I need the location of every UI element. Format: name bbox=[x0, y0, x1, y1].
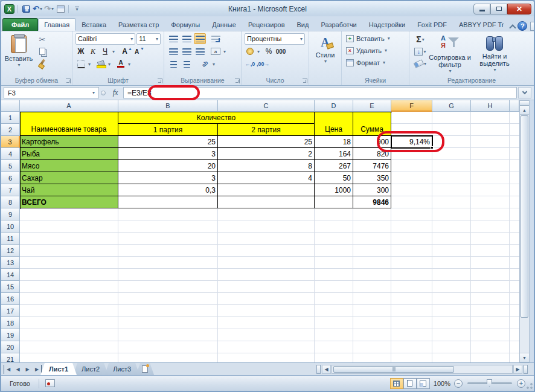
cell-F3[interactable]: 9,14% bbox=[391, 136, 432, 148]
cell-partial-18[interactable] bbox=[510, 317, 519, 329]
cell-B8[interactable] bbox=[118, 196, 218, 208]
cell-F21[interactable] bbox=[391, 353, 432, 362]
row-header-5[interactable]: 5 bbox=[1, 160, 20, 172]
cell-A17[interactable] bbox=[20, 305, 118, 317]
cell-F4[interactable] bbox=[391, 148, 432, 160]
sheet-tab-3[interactable]: Лист3 bbox=[104, 363, 139, 375]
percent-style-button[interactable]: % bbox=[263, 46, 274, 57]
cell-H6[interactable] bbox=[471, 172, 510, 184]
cell-partial-17[interactable] bbox=[510, 305, 519, 317]
cell-G6[interactable] bbox=[432, 172, 471, 184]
cell-G15[interactable] bbox=[432, 281, 471, 293]
row-header-6[interactable]: 6 bbox=[1, 172, 20, 184]
increase-decimal-button[interactable]: ←,0 bbox=[245, 59, 255, 69]
cell-C6[interactable]: 4 bbox=[218, 172, 315, 184]
close-button[interactable]: ✕ bbox=[507, 4, 531, 14]
align-bottom-button[interactable] bbox=[194, 33, 206, 44]
fill-handle[interactable] bbox=[431, 146, 434, 149]
cell-A20[interactable] bbox=[20, 341, 118, 353]
cell-F8[interactable] bbox=[391, 196, 432, 208]
zoom-slider-track[interactable] bbox=[467, 382, 512, 384]
cell-F7[interactable] bbox=[391, 184, 432, 196]
ribbon-tab-9[interactable]: Надстройки bbox=[363, 18, 411, 31]
cell-F5[interactable] bbox=[391, 160, 432, 172]
cell-D7[interactable]: 1000 bbox=[315, 184, 353, 196]
cell-C10[interactable] bbox=[218, 220, 315, 233]
borders-button[interactable] bbox=[75, 59, 86, 69]
cell-G12[interactable] bbox=[432, 245, 471, 257]
cell-partial-19[interactable] bbox=[510, 329, 519, 341]
ribbon-tab-1[interactable]: Главная bbox=[38, 18, 75, 31]
previous-sheet-button[interactable]: ◀ bbox=[13, 365, 22, 374]
cell-E10[interactable] bbox=[353, 220, 391, 233]
dialog-launcher-icon[interactable] bbox=[158, 79, 162, 83]
cell-B1[interactable]: Количество bbox=[118, 112, 315, 124]
cell-C9[interactable] bbox=[218, 208, 315, 220]
column-header-A[interactable]: A bbox=[20, 100, 118, 112]
cell-E4[interactable]: 820 bbox=[353, 148, 391, 160]
cell-C15[interactable] bbox=[218, 281, 315, 293]
cell-A21[interactable] bbox=[20, 353, 118, 362]
cell-F12[interactable] bbox=[391, 245, 432, 257]
cell-A10[interactable] bbox=[20, 220, 118, 233]
scroll-right-button[interactable]: ▶ bbox=[513, 365, 522, 374]
cell-B9[interactable] bbox=[118, 208, 218, 220]
cell-A8[interactable]: ВСЕГО bbox=[20, 196, 118, 208]
cell-G4[interactable] bbox=[432, 148, 471, 160]
cell-G5[interactable] bbox=[432, 160, 471, 172]
cell-F6[interactable] bbox=[391, 172, 432, 184]
cell-B19[interactable] bbox=[118, 329, 218, 341]
cell-H10[interactable] bbox=[471, 220, 510, 233]
cell-F17[interactable] bbox=[391, 305, 432, 317]
scroll-left-button[interactable]: ◀ bbox=[322, 365, 331, 374]
cell-E19[interactable] bbox=[353, 329, 391, 341]
cell-partial-10[interactable] bbox=[510, 220, 519, 233]
font-color-button[interactable]: А bbox=[115, 59, 126, 69]
align-center-button[interactable] bbox=[181, 46, 193, 57]
cell-C5[interactable]: 8 bbox=[218, 160, 315, 172]
cell-F9[interactable] bbox=[391, 208, 432, 220]
cell-D16[interactable] bbox=[315, 293, 353, 305]
cell-D8[interactable] bbox=[315, 196, 353, 208]
cell-D19[interactable] bbox=[315, 329, 353, 341]
column-header-C[interactable]: C bbox=[218, 100, 315, 112]
collapse-ribbon-icon[interactable] bbox=[510, 24, 514, 28]
first-sheet-button[interactable]: ◀ bbox=[4, 365, 13, 374]
cell-partial-20[interactable] bbox=[510, 341, 519, 353]
cell-H8[interactable] bbox=[471, 196, 510, 208]
cell-B18[interactable] bbox=[118, 317, 218, 329]
cell-G14[interactable] bbox=[432, 269, 471, 281]
cell-A1[interactable]: Наименование товара bbox=[20, 112, 118, 136]
cell-partial-6[interactable] bbox=[510, 172, 519, 184]
cell-E13[interactable] bbox=[353, 257, 391, 269]
column-header-F[interactable]: F bbox=[391, 100, 432, 112]
cell-G8[interactable] bbox=[432, 196, 471, 208]
cell-G1[interactable] bbox=[432, 112, 471, 124]
cell-H21[interactable] bbox=[471, 353, 510, 362]
cell-E16[interactable] bbox=[353, 293, 391, 305]
cell-F14[interactable] bbox=[391, 269, 432, 281]
cell-G19[interactable] bbox=[432, 329, 471, 341]
row-header-14[interactable]: 14 bbox=[1, 269, 20, 281]
cell-D20[interactable] bbox=[315, 341, 353, 353]
cell-partial-15[interactable] bbox=[510, 281, 519, 293]
fill-color-button[interactable] bbox=[95, 59, 106, 69]
cell-partial-13[interactable] bbox=[510, 257, 519, 269]
cell-B17[interactable] bbox=[118, 305, 218, 317]
accounting-format-button[interactable] bbox=[245, 46, 255, 57]
cell-C21[interactable] bbox=[218, 353, 315, 362]
dropdown-arrow-icon[interactable]: ▾ bbox=[88, 62, 91, 67]
cell-H17[interactable] bbox=[471, 305, 510, 317]
cell-D18[interactable] bbox=[315, 317, 353, 329]
next-sheet-button[interactable]: ▶ bbox=[23, 365, 32, 374]
macro-record-icon[interactable] bbox=[45, 379, 55, 387]
ribbon-tab-7[interactable]: Вид bbox=[291, 18, 315, 31]
cell-G7[interactable] bbox=[432, 184, 471, 196]
cell-D4[interactable]: 164 bbox=[315, 148, 353, 160]
styles-button[interactable]: А Стили ▾ bbox=[311, 33, 339, 75]
cell-H13[interactable] bbox=[471, 257, 510, 269]
cell-E18[interactable] bbox=[353, 317, 391, 329]
cell-H16[interactable] bbox=[471, 293, 510, 305]
row-header-4[interactable]: 4 bbox=[1, 148, 20, 160]
row-header-10[interactable]: 10 bbox=[1, 220, 20, 233]
